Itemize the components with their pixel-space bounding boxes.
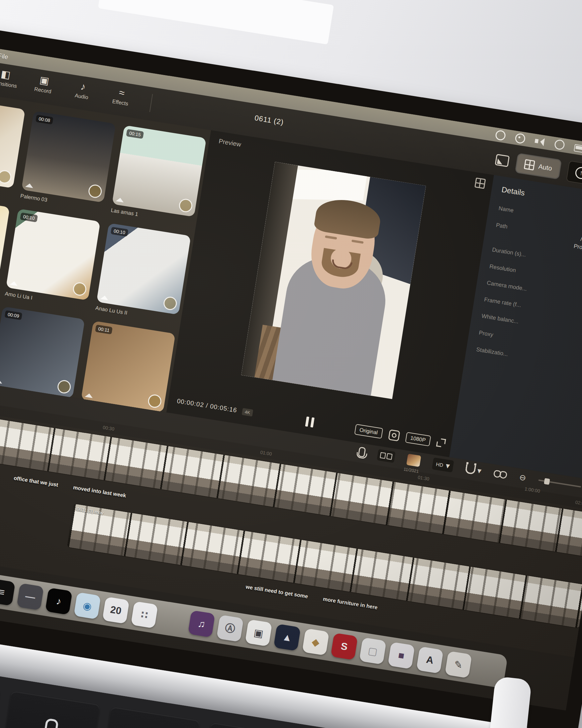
toolbar-separator — [150, 94, 153, 112]
media-thumbnail[interactable]: 00:09 — [0, 306, 85, 398]
ruler-mark: 02:00 — [575, 499, 582, 506]
dock-app-icon[interactable]: Ⓐ — [216, 615, 243, 642]
media-item[interactable]: 00:15 Las amas 1 — [111, 125, 207, 226]
media-thumbnail[interactable]: 00:11 — [81, 321, 176, 412]
video-type-icon — [85, 389, 94, 398]
media-item[interactable]: 00:12 Bar ss_010 II — [0, 96, 25, 198]
dock-app-icon[interactable]: — — [17, 583, 44, 610]
video-type-icon — [10, 277, 19, 286]
snapping-button[interactable]: ▾ — [465, 464, 482, 475]
duration-badge: 00:09 — [5, 310, 23, 320]
media-thumbnail[interactable]: 00:15 — [112, 125, 206, 217]
details-label: Duration (s)... — [491, 246, 527, 260]
caption-clip[interactable]: office that we just — [13, 475, 58, 488]
voiceover-mic-icon[interactable] — [358, 447, 366, 458]
timeline-zoom-slider[interactable] — [538, 479, 581, 488]
player-timecode: 00:00:02 / 00:05:16 — [177, 397, 238, 414]
ruler-mark: 00:30 — [102, 425, 114, 432]
dock-app-icon[interactable]: ♪ — [45, 588, 73, 615]
dock-app-icon[interactable]: ◉ — [74, 592, 101, 619]
dock-app-icon[interactable]: A — [416, 646, 444, 674]
media-thumbnail[interactable]: 00:10 — [96, 223, 191, 315]
dock-app-icon[interactable]: S — [330, 633, 358, 660]
circle-status-icon[interactable] — [554, 139, 565, 150]
favorite-badge-icon — [162, 296, 178, 311]
media-thumbnail[interactable]: 00:12 — [0, 96, 25, 188]
media-thumbnail[interactable]: 00:08 — [21, 111, 115, 203]
details-label: Path — [494, 222, 508, 239]
key-f6[interactable]: F6 — [99, 707, 200, 728]
details-label: Name — [498, 205, 514, 215]
details-label: Resolution — [488, 263, 516, 276]
camera-status-icon[interactable] — [495, 130, 506, 141]
dock-app-icon[interactable]: ✎ — [445, 651, 472, 678]
dock-app-icon[interactable]: ◆ — [302, 628, 329, 655]
key-f7[interactable]: ◀◀ F7 — [199, 723, 300, 728]
tab-label: Effects — [112, 98, 129, 107]
volume-icon[interactable] — [534, 137, 546, 146]
record-status-icon[interactable] — [514, 133, 526, 144]
person-eye-right — [351, 239, 364, 244]
dock-app-icon[interactable]: ∷ — [131, 601, 158, 628]
chevron-down-icon: ▾ — [477, 467, 482, 475]
quality-chip: 4K — [242, 408, 254, 416]
preview-glasses-icon[interactable] — [493, 470, 508, 478]
details-value: /Users/alex/Movies/ Projects/0611 (2).mo… — [552, 231, 582, 259]
toolbar-tab[interactable]: ♪ Audio — [62, 76, 104, 103]
pause-button[interactable] — [305, 416, 314, 427]
key-f5[interactable]: F5 — [0, 691, 100, 728]
media-item[interactable]: 00:11 Terra 05 — [79, 321, 176, 412]
media-item[interactable]: 00:10 Anao Lu Us II — [95, 223, 191, 324]
caption-clip[interactable]: we still need to get some — [245, 584, 308, 599]
key-f4[interactable]: F4 — [0, 675, 0, 728]
dock-app-icon[interactable]: ▢ — [359, 637, 386, 665]
track-height-icon[interactable] — [377, 449, 396, 463]
caption-clip[interactable]: moved into last week — [73, 485, 127, 499]
favorite-badge-icon — [178, 198, 193, 213]
caption-clip[interactable]: more furniture in here — [322, 596, 378, 611]
viewer-layout-icon[interactable] — [474, 177, 486, 189]
favorite-badge-icon — [87, 184, 103, 199]
media-item[interactable]: 00:08 Palermo 03 — [20, 111, 116, 212]
auto-button-label: Auto — [538, 162, 552, 172]
toolbar-tab[interactable]: ◧ Transitions — [0, 64, 26, 90]
toolbar-tab[interactable]: ≈ Effects — [100, 82, 142, 109]
dock-app-icon[interactable]: ≡ — [0, 578, 15, 606]
video-type-icon — [100, 291, 109, 300]
favorite-badge-icon — [0, 169, 12, 184]
cover-button[interactable]: 11/2021 — [406, 454, 421, 467]
dock-app-icon[interactable]: ♫ — [188, 610, 215, 637]
desk-paper — [98, 0, 334, 45]
preview-panel: Preview — [166, 130, 494, 457]
dictation-key-icon — [43, 718, 59, 728]
dock-app-icon[interactable]: 20 — [102, 597, 130, 624]
hd-preview-button[interactable]: HD ▾ — [432, 458, 454, 472]
media-preview-icon[interactable] — [495, 154, 510, 167]
dock-app-icon[interactable]: ▣ — [245, 619, 272, 647]
media-item[interactable]: 00:10 Amo Li Ua I — [4, 209, 100, 310]
quality-button[interactable]: 1080P — [405, 432, 431, 446]
media-thumbnail[interactable]: 00:10 — [6, 209, 100, 301]
tab-label: Record — [34, 86, 52, 95]
fullscreen-icon[interactable] — [436, 438, 446, 448]
duration-badge: 00:11 — [95, 324, 113, 335]
time-separator: / — [205, 402, 208, 409]
battery-icon[interactable] — [574, 144, 582, 153]
dock-app-icon[interactable]: ■ — [388, 642, 415, 669]
video-type-icon — [115, 193, 125, 202]
tab-icon: ◧ — [0, 69, 11, 80]
ratio-button[interactable]: Original — [354, 424, 383, 439]
video-frame[interactable] — [241, 162, 426, 399]
snapshot-icon[interactable] — [388, 429, 400, 442]
auto-button[interactable]: Auto — [516, 154, 561, 178]
toolbar-tab[interactable]: ▣ Record — [23, 70, 65, 96]
zoom-out-icon[interactable]: ⊖ — [519, 473, 527, 482]
menubar-item-file[interactable]: File — [0, 52, 9, 61]
dock-app-icon[interactable]: ▲ — [273, 624, 301, 651]
person-eye-left — [325, 235, 337, 239]
zoom-slider-handle[interactable] — [544, 478, 550, 485]
macbook-laptop: CapCut File — [0, 20, 582, 728]
time-current: 00:00:02 — [177, 397, 204, 409]
laptop-screen: CapCut File — [0, 40, 582, 710]
tab-label: Transitions — [0, 79, 17, 89]
